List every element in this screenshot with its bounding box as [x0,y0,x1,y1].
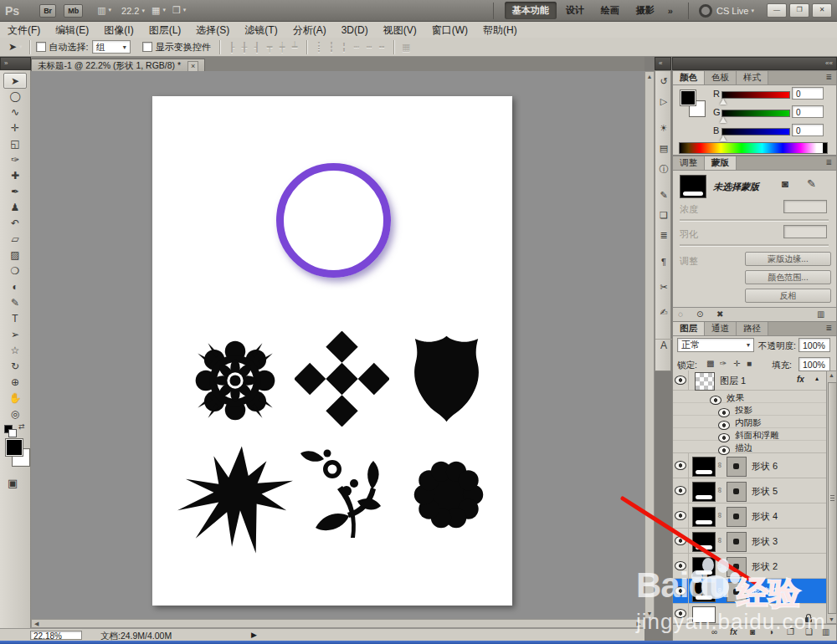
histogram-icon[interactable]: ▤ [655,143,672,154]
menu-image[interactable]: 图像(I) [96,23,141,38]
auto-select-checkbox[interactable] [36,42,46,52]
channel-g-value[interactable]: 0 [792,105,824,118]
color-range-button[interactable]: 颜色范围... [745,270,831,284]
workspace-photography[interactable]: 摄影 [629,2,662,19]
visibility-eye-icon[interactable] [673,503,689,528]
color-panel-foreground-swatch[interactable] [680,89,696,106]
history-brush-tool[interactable]: ↶ [3,216,27,232]
layer-row-shape5[interactable]: ∞ 形状 5 [673,478,826,503]
menu-help[interactable]: 帮助(H) [475,23,525,38]
channel-b-value[interactable]: 0 [792,124,824,136]
layer-row-background[interactable] [673,604,826,624]
brush-presets-icon[interactable]: ✎ [655,190,672,201]
workspace-essentials[interactable]: 基本功能 [505,2,557,19]
minimize-button[interactable]: — [767,3,787,18]
add-pixel-mask-icon[interactable]: ◙ [782,177,788,190]
status-menu-arrow-icon[interactable]: ▶ [251,631,257,639]
dodge-tool[interactable]: ◐ [3,279,27,295]
tab-color[interactable]: 颜色 [673,71,705,84]
menu-analysis[interactable]: 分析(A) [285,23,334,38]
panel-menu-icon[interactable]: ≣ [821,156,836,170]
foreground-color-swatch[interactable] [5,438,23,457]
shape-layer-thumbnail[interactable] [692,482,716,502]
move-tool[interactable]: ➤ [3,73,27,89]
channel-r-slider[interactable] [721,91,790,99]
strip-collapse-header[interactable]: « [655,57,671,70]
scroll-up-icon[interactable]: ▲ [645,74,654,79]
mask-density-slider[interactable] [680,219,829,222]
lock-pixels-icon[interactable]: ✑ [720,359,727,368]
menu-edit[interactable]: 编辑(E) [48,23,96,38]
document-vertical-scrollbar[interactable]: ▲ ▼ [644,71,655,619]
layer-row-shape6[interactable]: ∞ 形状 6 [673,453,826,478]
menu-file[interactable]: 文件(F) [0,23,48,38]
mask-density-field[interactable] [783,200,827,213]
status-zoom-field[interactable]: 22.18% [30,631,82,640]
menu-window[interactable]: 窗口(W) [424,23,475,38]
channel-g-slider[interactable] [721,110,790,117]
tab-layers[interactable]: 图层 [673,322,705,335]
quick-mask-button[interactable]: ▣ [8,477,18,489]
lock-transparency-icon[interactable]: ▩ [706,359,714,368]
effect-row-stroke[interactable]: 描边 [673,441,826,453]
3d-rotate-tool[interactable]: ↻ [3,359,27,375]
layer-row-shape2[interactable]: ∞ 形状 2 [673,554,826,579]
visibility-eye-icon[interactable] [673,579,689,603]
blend-mode-dropdown[interactable]: 正常 [677,338,754,352]
layers-scroll-up-icon[interactable]: ▲ [827,372,836,378]
scroll-left-icon[interactable]: ◀ [34,621,39,627]
layer-name[interactable]: 形状 3 [752,536,778,546]
marquee-tool[interactable]: ◯ [3,89,27,105]
clone-stamp-tool[interactable]: ♟ [3,200,27,216]
vector-mask-thumbnail[interactable] [727,532,747,552]
menu-3d[interactable]: 3D(D) [334,23,376,38]
bridge-button[interactable]: Br [39,4,56,18]
clone-source-icon[interactable]: ❏ [655,210,672,221]
arrange-documents-icon[interactable]: ▦ [151,5,166,16]
scroll-right-icon[interactable]: ▶ [637,621,641,627]
color-spectrum-ramp[interactable] [679,142,828,154]
mask-edge-button[interactable]: 蒙版边缘... [745,252,831,266]
shape-layer-thumbnail[interactable] [692,582,716,602]
type-tool[interactable]: T [3,311,27,327]
blur-tool[interactable]: ❍ [3,263,27,279]
zoom-tool[interactable]: ◎ [3,406,27,422]
apply-mask-icon[interactable]: ⊙ [696,309,703,319]
info-icon[interactable]: ⓘ [655,163,672,176]
vector-mask-thumbnail[interactable] [727,507,747,527]
layer-group-icon[interactable]: ❐ [787,627,794,636]
invert-button[interactable]: 反相 [745,289,831,303]
auto-select-dropdown[interactable]: 组 [92,40,131,54]
brush-tool[interactable]: ✒ [3,184,27,200]
link-layers-icon[interactable]: ∞ [711,627,717,636]
layer-name[interactable]: 形状 2 [752,561,778,571]
channel-r-slider-handle[interactable] [720,99,727,105]
delete-layer-icon[interactable]: ▥ [822,627,829,636]
fill-field[interactable]: 100% [798,357,830,371]
lock-all-icon[interactable]: ■ [747,359,752,368]
hand-tool[interactable]: ✋ [3,391,27,406]
canvas-page[interactable] [152,96,512,606]
screen-mode-icon[interactable]: ❒ [172,5,186,16]
swap-colors-icon[interactable]: ⇄ [18,422,25,431]
shape-layer-thumbnail[interactable] [692,457,716,477]
vector-mask-thumbnail[interactable] [727,457,747,477]
layers-scrollbar-thumb[interactable] [828,382,837,614]
tab-paths[interactable]: 路径 [737,322,768,335]
fx-collapse-icon[interactable]: ▴ [815,375,819,382]
mask-feather-slider[interactable] [680,244,829,247]
paragraph-icon[interactable]: ¶ [655,257,672,267]
add-layer-mask-icon[interactable]: ◙ [750,627,755,636]
crop-tool[interactable]: ◱ [3,136,27,152]
gradient-tool[interactable]: ▨ [3,248,27,263]
pen-tool[interactable]: ✎ [3,295,27,311]
visibility-eye-icon[interactable] [673,453,689,478]
menu-filter[interactable]: 滤镜(T) [237,23,285,38]
delete-mask-icon[interactable]: ▥ [817,309,824,319]
path-selection-tool[interactable]: ➢ [3,327,27,343]
toolbar-collapse-header[interactable]: » [0,57,31,70]
canvas-pasteboard[interactable] [31,71,644,619]
mask-feather-field[interactable] [783,225,827,238]
panel-menu-icon[interactable]: ≣ [821,322,836,335]
vector-mask-thumbnail[interactable] [727,482,747,502]
